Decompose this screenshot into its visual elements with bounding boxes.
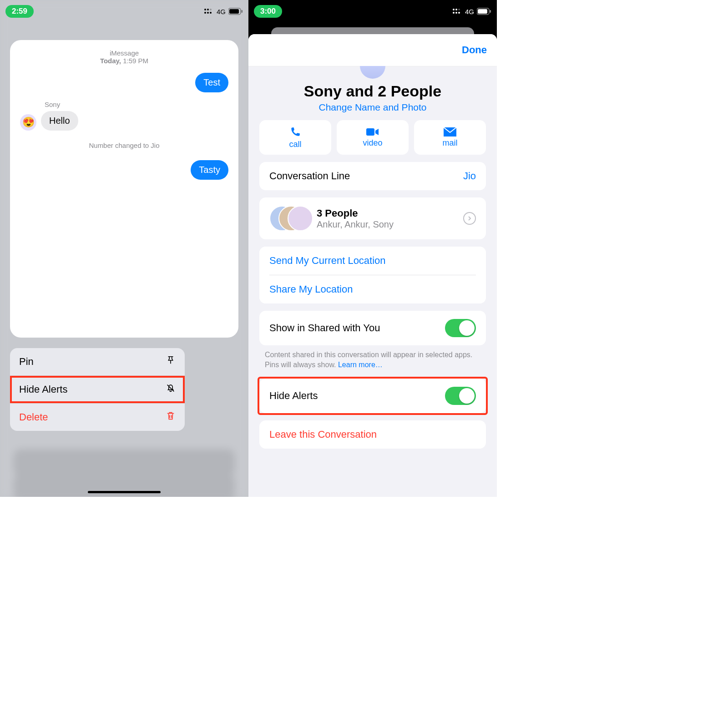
network-label: 4G [217, 8, 226, 15]
svg-point-13 [455, 12, 457, 14]
mail-icon [444, 127, 456, 136]
svg-point-11 [458, 9, 460, 10]
status-bar: 2:59 4G [0, 0, 248, 23]
svg-rect-7 [229, 9, 239, 14]
svg-point-1 [207, 9, 209, 10]
action-call[interactable]: call [259, 120, 331, 155]
group-title: Sony and 2 People [248, 82, 497, 100]
shared-with-you-footnote: Content shared in this conversation will… [248, 345, 497, 369]
system-message: Number changed to Jio [17, 142, 231, 149]
left-screenshot: 2:59 4G iMessage Today, 1:59 PM Test Son… [0, 0, 248, 497]
svg-point-5 [210, 12, 212, 14]
svg-point-14 [458, 12, 460, 14]
action-mail[interactable]: mail [414, 120, 486, 155]
svg-rect-8 [242, 10, 243, 13]
context-item-hide-alerts[interactable]: Hide Alerts [10, 376, 185, 404]
hide-alerts-toggle[interactable] [445, 387, 476, 405]
done-button[interactable]: Done [462, 44, 487, 56]
svg-rect-16 [478, 9, 487, 14]
conversation-preview-card[interactable]: iMessage Today, 1:59 PM Test Sony 😍 Hell… [10, 40, 238, 338]
shared-with-you-toggle[interactable] [445, 319, 476, 337]
send-location-cell[interactable]: Send My Current Location [259, 247, 486, 275]
svg-point-12 [453, 12, 455, 14]
avatar: 😍 [20, 114, 36, 131]
svg-point-3 [204, 12, 206, 14]
svg-point-10 [455, 9, 457, 10]
outgoing-message: Test [195, 73, 228, 92]
context-menu: Pin Hide Alerts Delete [10, 348, 185, 431]
context-item-pin[interactable]: Pin [10, 348, 185, 376]
leave-conversation-cell[interactable]: Leave this Conversation [259, 420, 486, 449]
status-time-pill: 2:59 [5, 5, 34, 18]
group-avatar[interactable] [360, 66, 385, 79]
status-bar: 3:00 4G [248, 0, 497, 23]
shared-with-you-cell: Show in Shared with You [259, 311, 486, 345]
outgoing-message: Tasty [191, 160, 228, 180]
bell-off-icon [166, 383, 176, 396]
conversation-line-cell[interactable]: Conversation Line Jio [259, 162, 486, 190]
svg-point-2 [210, 9, 212, 10]
signal-icon [452, 8, 462, 15]
pin-icon [166, 355, 176, 368]
phone-icon [289, 126, 301, 138]
svg-rect-17 [490, 10, 491, 13]
incoming-message: Hello [41, 111, 78, 131]
svg-point-9 [453, 9, 455, 10]
signal-icon [204, 8, 214, 15]
people-avatar-stack [269, 206, 310, 231]
sheet-header: Done [248, 34, 497, 66]
svg-point-0 [204, 9, 206, 10]
battery-icon [477, 8, 491, 15]
right-screenshot: 3:00 4G Done Sony and 2 People Change Na… [248, 0, 497, 497]
context-item-delete[interactable]: Delete [10, 404, 185, 431]
people-cell[interactable]: 3 People Ankur, Ankur, Sony [259, 197, 486, 239]
hide-alerts-cell: Hide Alerts [259, 379, 486, 413]
network-label: 4G [465, 8, 474, 15]
battery-icon [228, 8, 243, 15]
sender-name-label: Sony [45, 101, 231, 108]
chat-timestamp: iMessage Today, 1:59 PM [17, 49, 231, 65]
video-icon [366, 127, 379, 136]
home-indicator[interactable] [88, 491, 161, 493]
share-location-cell[interactable]: Share My Location [259, 275, 486, 303]
status-time-pill: 3:00 [254, 5, 282, 18]
change-name-photo-button[interactable]: Change Name and Photo [248, 102, 497, 113]
action-video[interactable]: video [337, 120, 409, 155]
details-sheet: Done Sony and 2 People Change Name and P… [248, 34, 497, 497]
trash-icon [166, 411, 176, 424]
svg-point-4 [207, 12, 209, 14]
learn-more-link[interactable]: Learn more… [338, 361, 383, 369]
chevron-right-icon [463, 212, 476, 225]
svg-rect-18 [366, 128, 374, 136]
